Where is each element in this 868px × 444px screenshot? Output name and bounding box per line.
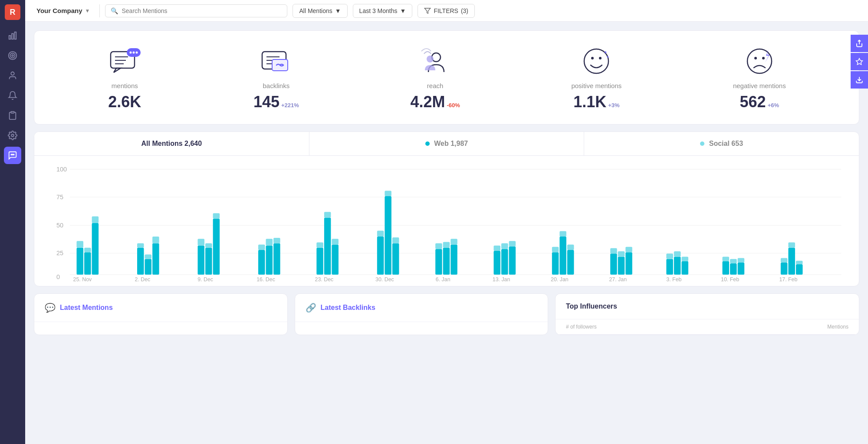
svg-rect-85 xyxy=(443,248,450,275)
svg-point-9 xyxy=(11,154,12,155)
download-button[interactable] xyxy=(851,71,868,89)
tab-all-mentions[interactable]: All Mentions 2,640 xyxy=(34,132,309,155)
svg-rect-88 xyxy=(450,239,457,244)
svg-rect-100 xyxy=(567,245,574,250)
mentions-filter-chevron-icon: ▼ xyxy=(335,7,341,14)
svg-text:3. Feb: 3. Feb xyxy=(666,276,681,282)
mentions-filter-dropdown[interactable]: All Mentions ▼ xyxy=(293,4,347,18)
svg-point-6 xyxy=(11,72,14,75)
app-logo[interactable]: R xyxy=(5,4,20,20)
time-filter-chevron-icon: ▼ xyxy=(400,7,406,14)
svg-rect-64 xyxy=(213,213,220,218)
positive-change: +3% xyxy=(608,102,619,109)
svg-rect-1 xyxy=(12,33,13,39)
svg-text:75: 75 xyxy=(56,194,63,201)
backlinks-value: 145 +221% xyxy=(253,93,299,111)
tab-social[interactable]: Social 653 xyxy=(584,132,859,155)
svg-rect-115 xyxy=(730,263,737,275)
svg-rect-69 xyxy=(273,243,280,275)
svg-text:13. Jan: 13. Jan xyxy=(493,276,510,282)
svg-rect-77 xyxy=(377,237,384,275)
svg-rect-103 xyxy=(618,257,625,275)
sidebar-icon-user[interactable] xyxy=(4,67,21,84)
svg-rect-118 xyxy=(738,258,745,263)
svg-rect-54 xyxy=(137,243,144,248)
share-button[interactable] xyxy=(851,35,868,52)
svg-rect-49 xyxy=(84,252,91,275)
svg-rect-76 xyxy=(332,239,339,244)
stat-reach: reach 4.2M -60% xyxy=(410,44,460,111)
svg-point-8 xyxy=(11,134,14,137)
filters-button[interactable]: FILTERS (3) xyxy=(418,4,475,18)
svg-rect-123 xyxy=(796,264,803,275)
sidebar-icon-mentions[interactable] xyxy=(4,147,21,164)
sidebar: R xyxy=(0,0,25,444)
stats-card: mentions 2.6K xyxy=(34,30,859,125)
time-filter-dropdown[interactable]: Last 3 Months ▼ xyxy=(353,4,413,18)
svg-rect-122 xyxy=(788,242,795,247)
svg-text:25: 25 xyxy=(56,250,63,257)
svg-rect-98 xyxy=(559,231,566,237)
sidebar-icon-target[interactable] xyxy=(4,47,21,64)
svg-point-11 xyxy=(13,154,14,155)
svg-rect-50 xyxy=(84,248,91,252)
mentions-label: mentions xyxy=(112,82,138,89)
svg-point-21 xyxy=(135,51,138,53)
stat-backlinks: backlinks 145 +221% xyxy=(253,44,299,111)
sidebar-icon-clipboard[interactable] xyxy=(4,107,21,124)
company-selector[interactable]: Your Company ▼ xyxy=(32,4,94,17)
filter-icon xyxy=(424,7,431,14)
svg-rect-73 xyxy=(324,218,331,275)
svg-rect-106 xyxy=(625,247,632,252)
svg-rect-61 xyxy=(205,248,212,275)
svg-rect-104 xyxy=(618,251,625,257)
search-input[interactable] xyxy=(122,7,282,14)
svg-rect-116 xyxy=(730,259,737,263)
svg-point-28 xyxy=(427,56,434,62)
search-icon: 🔍 xyxy=(111,7,118,14)
svg-rect-124 xyxy=(796,261,803,264)
stat-negative: negative mentions 562 +6% xyxy=(733,44,786,111)
svg-rect-48 xyxy=(77,241,84,248)
svg-rect-55 xyxy=(145,259,152,275)
svg-rect-74 xyxy=(324,212,331,217)
svg-rect-99 xyxy=(567,250,574,275)
mentions-header-icon: 💬 xyxy=(45,303,56,313)
svg-rect-119 xyxy=(781,263,788,275)
sidebar-icon-settings[interactable] xyxy=(4,127,21,144)
influencers-subheader: # of followers Mentions xyxy=(556,319,859,335)
svg-rect-117 xyxy=(738,263,745,275)
chart-area: 100 75 50 25 0 xyxy=(34,156,859,286)
top-influencers-card: Top Influencers # of followers Mentions xyxy=(555,293,859,335)
svg-point-35 xyxy=(754,57,757,59)
negative-icon xyxy=(742,44,777,79)
reach-label: reach xyxy=(427,82,444,89)
chart-svg: 100 75 50 25 0 xyxy=(43,164,850,282)
svg-text:6. Jan: 6. Jan xyxy=(436,276,450,282)
top-influencers-header: Top Influencers xyxy=(556,294,859,319)
svg-rect-82 xyxy=(392,237,399,243)
svg-point-20 xyxy=(132,51,135,53)
svg-rect-78 xyxy=(377,231,384,237)
tab-web[interactable]: Web 1,987 xyxy=(309,132,585,155)
svg-rect-57 xyxy=(152,243,159,275)
svg-rect-91 xyxy=(501,249,508,275)
sidebar-icon-chart[interactable] xyxy=(4,27,21,44)
reach-icon xyxy=(418,44,453,79)
svg-marker-139 xyxy=(856,59,863,65)
svg-text:23. Dec: 23. Dec xyxy=(315,276,334,282)
svg-rect-94 xyxy=(509,241,516,246)
svg-point-5 xyxy=(12,55,13,56)
star-button[interactable] xyxy=(851,53,868,70)
backlinks-label: backlinks xyxy=(263,82,290,89)
content-area: mentions 2.6K xyxy=(25,22,868,444)
tab-social-label: Social 653 xyxy=(709,140,743,147)
right-sidebar xyxy=(851,35,868,89)
svg-rect-67 xyxy=(266,246,273,275)
search-box: 🔍 xyxy=(105,4,287,17)
latest-backlinks-title: Latest Backlinks xyxy=(321,304,375,312)
svg-rect-81 xyxy=(392,243,399,275)
svg-point-10 xyxy=(12,154,13,155)
stat-positive: ✦ ✦ positive mentions 1.1K +3% xyxy=(571,44,621,111)
sidebar-icon-bell[interactable] xyxy=(4,87,21,104)
